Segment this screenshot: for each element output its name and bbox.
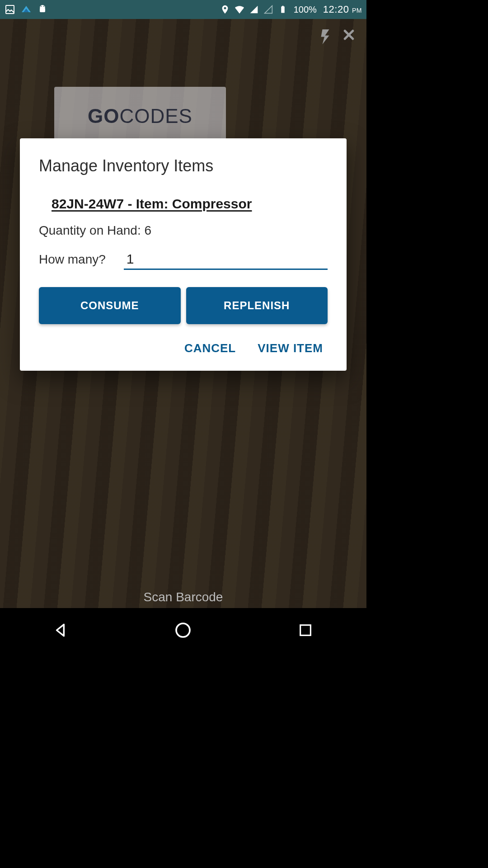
replenish-button[interactable]: REPLENISH (186, 287, 328, 324)
app-icon (21, 4, 32, 15)
status-left (5, 4, 48, 15)
svg-point-3 (43, 6, 44, 7)
primary-button-row: CONSUME REPLENISH (39, 287, 328, 324)
howmany-label: How many? (39, 252, 106, 267)
nav-back-button[interactable] (50, 619, 72, 641)
clock: 12:20 PM (323, 4, 362, 15)
svg-rect-1 (40, 8, 45, 12)
quantity-input[interactable] (124, 250, 328, 270)
dialog-scrim[interactable]: Manage Inventory Items 82JN-24W7 - Item:… (0, 19, 366, 608)
nav-recent-button[interactable] (295, 619, 316, 641)
clock-time: 12:20 (323, 4, 349, 15)
signal-icon-1 (249, 4, 259, 15)
svg-rect-7 (300, 625, 310, 636)
quantity-on-hand: Quantity on Hand: 6 (39, 223, 328, 238)
view-item-button[interactable]: VIEW ITEM (256, 339, 325, 358)
item-identifier[interactable]: 82JN-24W7 - Item: Compressor (52, 196, 328, 212)
svg-rect-0 (6, 5, 14, 14)
battery-percent: 100% (294, 5, 317, 15)
location-icon (220, 4, 230, 15)
svg-point-2 (41, 6, 42, 7)
clock-ampm: PM (352, 7, 362, 14)
cancel-button[interactable]: CANCEL (183, 339, 238, 358)
signal-icon-2 (263, 4, 274, 15)
svg-point-6 (176, 623, 190, 637)
svg-rect-5 (282, 6, 283, 7)
wifi-icon (234, 4, 245, 15)
dialog-title: Manage Inventory Items (39, 156, 328, 175)
android-icon (37, 4, 48, 15)
inventory-dialog: Manage Inventory Items 82JN-24W7 - Item:… (20, 138, 347, 371)
battery-icon (277, 4, 288, 15)
status-right: 100% 12:20 PM (220, 4, 362, 15)
image-icon (5, 4, 15, 15)
android-nav-bar (0, 608, 366, 652)
flat-button-row: CANCEL VIEW ITEM (39, 339, 328, 358)
svg-rect-4 (281, 6, 285, 13)
status-bar: 100% 12:20 PM (0, 0, 366, 19)
howmany-row: How many? (39, 250, 328, 270)
consume-button[interactable]: CONSUME (39, 287, 181, 324)
nav-home-button[interactable] (172, 619, 194, 641)
